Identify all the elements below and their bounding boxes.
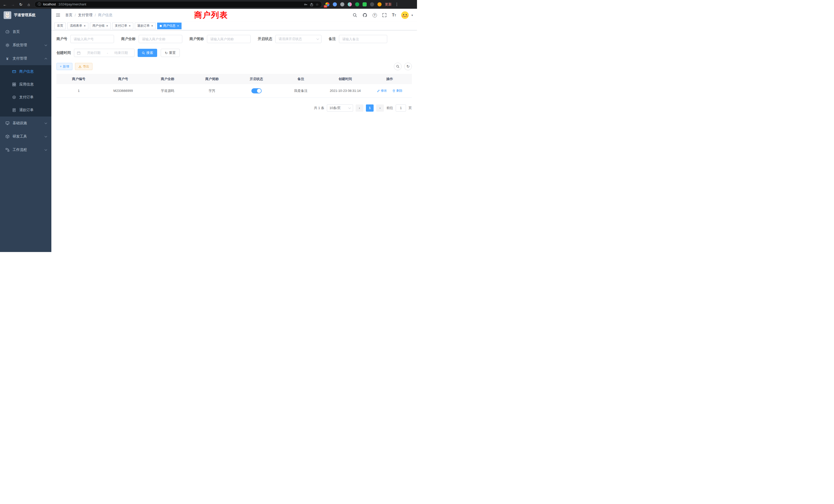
refresh-icon: ↻ bbox=[407, 64, 410, 69]
tab-merchant-info[interactable]: 商户信息 × bbox=[157, 23, 181, 29]
refresh-table-button[interactable]: ↻ bbox=[404, 63, 412, 70]
breadcrumb-payment[interactable]: 支付管理 bbox=[78, 13, 92, 18]
field-label: 备注 bbox=[329, 37, 336, 41]
extension-icon[interactable] bbox=[348, 2, 352, 6]
user-avatar[interactable] bbox=[401, 11, 409, 19]
delete-link[interactable]: 删除 bbox=[392, 89, 402, 93]
sidebar-item-refund-order[interactable]: 退款订单 bbox=[0, 104, 51, 116]
browser-menu-icon[interactable]: ⋮ bbox=[395, 2, 399, 7]
status-toggle[interactable] bbox=[251, 88, 262, 93]
profile-avatar-icon[interactable] bbox=[377, 2, 381, 6]
password-key-icon[interactable] bbox=[304, 3, 308, 6]
bookmark-star-icon[interactable]: ☆ bbox=[315, 3, 319, 6]
tab-pay-order[interactable]: 支付订单 × bbox=[112, 23, 133, 29]
table-header-row: 商户编号 商户号 商户全称 商户简称 开启状态 备注 创建时间 操作 bbox=[57, 74, 412, 84]
extension-icon[interactable] bbox=[333, 2, 337, 6]
font-size-icon[interactable]: TT bbox=[392, 13, 396, 17]
tab-user-group[interactable]: 用户分组 × bbox=[90, 23, 111, 29]
tab-refund-order[interactable]: 退款订单 × bbox=[135, 23, 156, 29]
extension-icon[interactable]: 10 bbox=[325, 2, 329, 6]
hamburger-icon[interactable] bbox=[56, 13, 61, 18]
fullscreen-icon[interactable] bbox=[382, 13, 387, 18]
goto-page-input[interactable] bbox=[396, 105, 406, 112]
next-page-button[interactable]: › bbox=[376, 105, 384, 112]
sidebar-item-label: 研发工具 bbox=[13, 134, 27, 139]
extension-icon[interactable] bbox=[363, 2, 367, 6]
tab-label: 流程表单 bbox=[70, 24, 82, 28]
close-icon[interactable]: × bbox=[106, 24, 108, 27]
logo[interactable]: 芋道管理系统 bbox=[0, 9, 51, 22]
chevron-down-icon bbox=[348, 106, 351, 109]
browser-update-button[interactable]: 更新 bbox=[385, 2, 392, 7]
sidebar-item-infrastructure[interactable]: 基础设施 bbox=[0, 116, 51, 130]
github-icon[interactable] bbox=[363, 13, 368, 18]
search-icon[interactable] bbox=[353, 13, 357, 18]
extension-icon[interactable] bbox=[370, 2, 374, 6]
sidebar-item-label: 商户信息 bbox=[19, 69, 34, 74]
page-size-select[interactable]: 10条/页 bbox=[327, 105, 353, 112]
status-select[interactable]: 请选择开启状态 bbox=[275, 35, 322, 43]
sidebar-item-system[interactable]: 系统管理 bbox=[0, 39, 51, 52]
close-icon[interactable]: × bbox=[129, 24, 131, 27]
search-button[interactable]: 搜索 bbox=[138, 49, 157, 57]
extension-icon[interactable] bbox=[355, 2, 359, 6]
full-name-input[interactable] bbox=[139, 35, 182, 43]
browser-home-icon[interactable]: ⌂ bbox=[26, 3, 31, 6]
sidebar-menu: 首页 系统管理 ¥ 支付管理 商户信息 应用信息 bbox=[0, 25, 51, 157]
sidebar-item-home[interactable]: 首页 bbox=[0, 25, 51, 39]
browser-forward-icon[interactable]: → bbox=[10, 3, 15, 6]
remark-input[interactable] bbox=[339, 35, 387, 43]
active-tab-dot bbox=[160, 25, 162, 27]
merchant-table: 商户编号 商户号 商户全称 商户简称 开启状态 备注 创建时间 操作 1 M23… bbox=[57, 74, 412, 98]
tab-process-form[interactable]: 流程表单 × bbox=[67, 23, 88, 29]
user-menu-caret-icon[interactable]: ▾ bbox=[411, 14, 413, 17]
sidebar-item-dev-tools[interactable]: 研发工具 bbox=[0, 130, 51, 143]
page-annotation: 商户列表 bbox=[194, 10, 228, 21]
page-size-label: 10条/页 bbox=[329, 106, 341, 110]
tab-home[interactable]: 首页 bbox=[54, 23, 66, 29]
edit-link[interactable]: 修改 bbox=[377, 89, 387, 93]
short-name-input[interactable] bbox=[207, 35, 250, 43]
extension-icon[interactable] bbox=[340, 2, 344, 6]
sidebar-item-app-info[interactable]: 应用信息 bbox=[0, 78, 51, 91]
help-icon[interactable]: ? bbox=[373, 13, 377, 18]
sidebar-item-label: 应用信息 bbox=[19, 82, 34, 87]
column-header: 商户全称 bbox=[145, 74, 190, 84]
browser-back-icon[interactable]: ← bbox=[3, 3, 7, 6]
add-button[interactable]: + 新增 bbox=[57, 63, 72, 70]
cell-merchant-no: M233666999 bbox=[101, 84, 145, 97]
sidebar: 芋道管理系统 首页 系统管理 ¥ 支付管理 商户信息 bbox=[0, 9, 51, 252]
start-date-placeholder: 开始日期 bbox=[83, 50, 104, 55]
sidebar-item-pay-order[interactable]: 支付订单 bbox=[0, 91, 51, 104]
prev-page-button[interactable]: ‹ bbox=[356, 105, 363, 112]
site-info-icon[interactable]: ⓘ bbox=[38, 2, 41, 7]
sidebar-item-label: 首页 bbox=[13, 29, 20, 34]
export-button[interactable]: 导出 bbox=[75, 63, 92, 70]
breadcrumb-home[interactable]: 首页 bbox=[65, 13, 72, 18]
cell-actions: 修改 删除 bbox=[368, 84, 412, 97]
tab-label: 用户分组 bbox=[92, 24, 105, 28]
close-icon[interactable]: × bbox=[84, 24, 86, 27]
reset-button[interactable]: ↻ 重置 bbox=[161, 49, 180, 57]
add-button-label: 新增 bbox=[63, 64, 69, 69]
merchant-no-input[interactable] bbox=[70, 35, 114, 43]
column-header: 创建时间 bbox=[323, 74, 368, 84]
browser-chrome: ← → ↻ ⌂ ⓘ localhost:1024/pay/merchant ☆ … bbox=[0, 0, 417, 9]
sidebar-item-workflow[interactable]: 工作流程 bbox=[0, 143, 51, 157]
field-label: 创建时间 bbox=[57, 50, 71, 55]
close-icon[interactable]: × bbox=[177, 24, 179, 27]
browser-reload-icon[interactable]: ↻ bbox=[19, 3, 23, 6]
sidebar-item-merchant-info[interactable]: 商户信息 bbox=[0, 65, 51, 78]
tab-bar: 首页 流程表单 × 用户分组 × 支付订单 × 退款订单 × 商户信息 × bbox=[51, 22, 417, 30]
page-number-button[interactable]: 1 bbox=[366, 105, 374, 112]
select-placeholder: 请选择开启状态 bbox=[279, 37, 302, 41]
create-time-range-picker[interactable]: 开始日期 - 结束日期 bbox=[74, 49, 135, 57]
toggle-search-button[interactable] bbox=[394, 63, 401, 70]
table-toolbar: + 新增 导出 ↻ bbox=[57, 63, 412, 70]
url-bar[interactable]: ⓘ localhost:1024/pay/merchant ☆ bbox=[35, 1, 322, 8]
chevron-down-icon bbox=[45, 122, 47, 124]
tab-label: 商户信息 bbox=[163, 24, 175, 28]
sidebar-item-payment[interactable]: ¥ 支付管理 bbox=[0, 52, 51, 65]
close-icon[interactable]: × bbox=[151, 24, 153, 27]
share-icon[interactable] bbox=[310, 3, 313, 6]
